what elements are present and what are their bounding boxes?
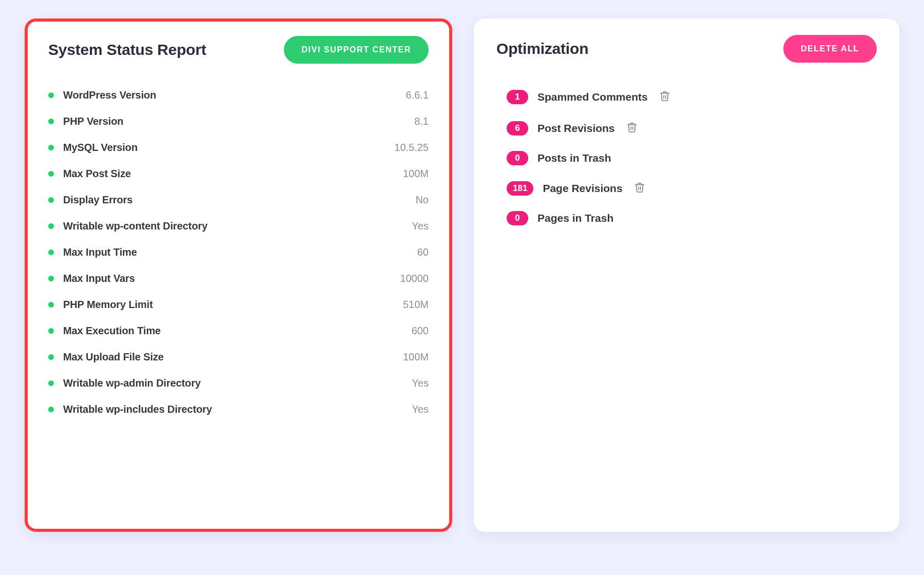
status-ok-dot-icon	[48, 276, 54, 281]
system-status-list: WordPress Version6.6.1PHP Version8.1MySQ…	[48, 82, 429, 423]
optimization-row: 181Page Revisions	[496, 172, 877, 204]
status-row-left: Display Errors	[48, 194, 132, 206]
status-ok-dot-icon	[48, 250, 54, 255]
status-row-left: Writable wp-admin Directory	[48, 377, 201, 389]
optimization-label: Spammed Comments	[537, 91, 648, 103]
status-label: Writable wp-admin Directory	[63, 377, 201, 389]
status-row: Max Execution Time600	[48, 318, 429, 344]
status-row: Writable wp-admin DirectoryYes	[48, 370, 429, 396]
status-row-left: Writable wp-includes Directory	[48, 404, 212, 415]
status-label: Writable wp-includes Directory	[63, 404, 212, 415]
status-value: 8.1	[414, 116, 429, 127]
delete-item-button[interactable]	[632, 180, 647, 197]
status-value: Yes	[412, 220, 429, 232]
status-label: PHP Memory Limit	[63, 299, 153, 311]
status-row: MySQL Version10.5.25	[48, 135, 429, 161]
status-label: Max Upload File Size	[63, 351, 164, 363]
status-ok-dot-icon	[48, 407, 54, 412]
dashboard-layout: System Status Report DIVI SUPPORT CENTER…	[0, 0, 924, 557]
status-value: 10000	[400, 273, 429, 284]
optimization-header: Optimization DELETE ALL	[496, 35, 877, 63]
status-ok-dot-icon	[48, 197, 54, 203]
status-row: WordPress Version6.6.1	[48, 82, 429, 108]
status-value: 510M	[403, 299, 429, 311]
status-value: 6.6.1	[406, 89, 429, 101]
status-label: Max Execution Time	[63, 325, 161, 337]
status-row: Display ErrorsNo	[48, 187, 429, 213]
status-value: 100M	[403, 351, 429, 363]
status-ok-dot-icon	[48, 380, 54, 386]
status-value: 60	[417, 246, 429, 258]
status-row-left: PHP Version	[48, 116, 123, 127]
status-row-left: Max Post Size	[48, 168, 131, 180]
status-ok-dot-icon	[48, 354, 54, 360]
optimization-row: 6Post Revisions	[496, 112, 877, 144]
status-row-left: WordPress Version	[48, 89, 156, 101]
status-label: PHP Version	[63, 116, 123, 127]
trash-icon	[659, 90, 670, 103]
status-label: Max Input Vars	[63, 273, 135, 284]
divi-support-center-button[interactable]: DIVI SUPPORT CENTER	[284, 36, 429, 64]
system-status-title: System Status Report	[48, 41, 206, 59]
status-row: Writable wp-content DirectoryYes	[48, 213, 429, 239]
status-row: Max Input Time60	[48, 239, 429, 265]
status-ok-dot-icon	[48, 119, 54, 124]
status-row-left: MySQL Version	[48, 142, 138, 154]
status-value: Yes	[412, 404, 429, 415]
status-label: MySQL Version	[63, 142, 138, 154]
status-label: Writable wp-content Directory	[63, 220, 207, 232]
optimization-row: 1Spammed Comments	[496, 81, 877, 112]
optimization-row: 0Posts in Trash	[496, 144, 877, 172]
optimization-row: 0Pages in Trash	[496, 204, 877, 233]
status-row-left: Max Upload File Size	[48, 351, 164, 363]
optimization-count-badge: 6	[507, 121, 528, 136]
status-row-left: PHP Memory Limit	[48, 299, 153, 311]
optimization-label: Posts in Trash	[537, 152, 611, 164]
trash-icon	[634, 182, 645, 195]
status-label: Max Input Time	[63, 246, 137, 258]
status-row-left: Max Input Vars	[48, 273, 135, 284]
status-ok-dot-icon	[48, 328, 54, 334]
status-value: 100M	[403, 168, 429, 180]
optimization-card: Optimization DELETE ALL 1Spammed Comment…	[474, 18, 899, 532]
status-value: No	[415, 194, 429, 206]
status-label: WordPress Version	[63, 89, 156, 101]
status-row-left: Writable wp-content Directory	[48, 220, 207, 232]
optimization-list: 1Spammed Comments6Post Revisions0Posts i…	[496, 81, 877, 233]
status-value: 600	[412, 325, 429, 337]
trash-icon	[626, 122, 638, 135]
status-row: PHP Version8.1	[48, 108, 429, 135]
optimization-count-badge: 0	[507, 151, 528, 165]
delete-item-button[interactable]	[657, 88, 672, 105]
optimization-label: Post Revisions	[537, 122, 615, 135]
optimization-label: Pages in Trash	[537, 212, 613, 224]
delete-all-button[interactable]: DELETE ALL	[783, 35, 877, 63]
status-value: Yes	[412, 377, 429, 389]
optimization-title: Optimization	[496, 40, 588, 57]
system-status-card: System Status Report DIVI SUPPORT CENTER…	[25, 18, 452, 532]
status-row: Max Input Vars10000	[48, 265, 429, 292]
system-status-header: System Status Report DIVI SUPPORT CENTER	[48, 36, 429, 64]
status-row: PHP Memory Limit510M	[48, 292, 429, 318]
status-row-left: Max Input Time	[48, 246, 137, 258]
delete-item-button[interactable]	[624, 120, 640, 137]
status-ok-dot-icon	[48, 302, 54, 308]
status-ok-dot-icon	[48, 145, 54, 150]
status-ok-dot-icon	[48, 223, 54, 229]
optimization-count-badge: 1	[507, 90, 528, 104]
status-row: Max Post Size100M	[48, 161, 429, 187]
optimization-count-badge: 181	[507, 181, 533, 196]
status-label: Max Post Size	[63, 168, 131, 180]
status-ok-dot-icon	[48, 92, 54, 98]
status-label: Display Errors	[63, 194, 132, 206]
optimization-label: Page Revisions	[543, 182, 622, 195]
status-ok-dot-icon	[48, 171, 54, 177]
status-value: 10.5.25	[394, 142, 429, 154]
status-row-left: Max Execution Time	[48, 325, 161, 337]
status-row: Writable wp-includes DirectoryYes	[48, 396, 429, 423]
status-row: Max Upload File Size100M	[48, 344, 429, 370]
optimization-count-badge: 0	[507, 211, 528, 225]
